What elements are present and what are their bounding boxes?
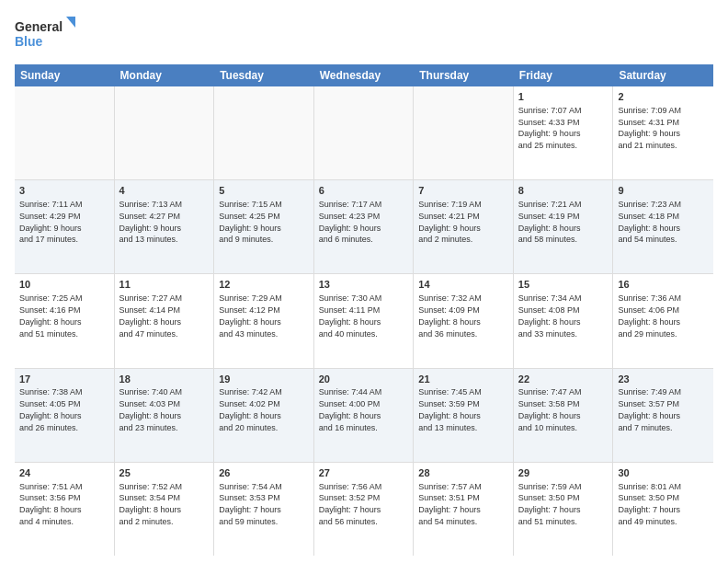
day-info: Sunrise: 7:57 AM Sunset: 3:51 PM Dayligh…: [418, 482, 482, 526]
header-day-friday: Friday: [514, 64, 614, 86]
day-number: 6: [319, 184, 409, 198]
day-info: Sunrise: 7:30 AM Sunset: 4:11 PM Dayligh…: [319, 293, 382, 338]
day-cell-16: 16Sunrise: 7:36 AM Sunset: 4:06 PM Dayli…: [613, 274, 713, 367]
day-cell-30: 30Sunrise: 8:01 AM Sunset: 3:50 PM Dayli…: [613, 463, 713, 556]
day-cell-14: 14Sunrise: 7:32 AM Sunset: 4:09 PM Dayli…: [414, 274, 514, 367]
day-number: 7: [418, 184, 508, 198]
day-cell-17: 17Sunrise: 7:38 AM Sunset: 4:05 PM Dayli…: [15, 369, 115, 462]
day-cell-15: 15Sunrise: 7:34 AM Sunset: 4:08 PM Dayli…: [514, 274, 614, 367]
day-info: Sunrise: 7:34 AM Sunset: 4:08 PM Dayligh…: [518, 293, 582, 338]
header-day-wednesday: Wednesday: [314, 64, 415, 86]
day-cell-6: 6Sunrise: 7:17 AM Sunset: 4:23 PM Daylig…: [314, 180, 415, 273]
day-number: 13: [319, 278, 409, 292]
day-number: 17: [19, 373, 109, 386]
day-info: Sunrise: 7:11 AM Sunset: 4:29 PM Dayligh…: [19, 200, 83, 244]
day-cell-18: 18Sunrise: 7:40 AM Sunset: 4:03 PM Dayli…: [115, 369, 215, 462]
day-info: Sunrise: 7:54 AM Sunset: 3:53 PM Dayligh…: [219, 482, 282, 526]
day-number: 23: [618, 373, 709, 386]
week-row-5: 24Sunrise: 7:51 AM Sunset: 3:56 PM Dayli…: [15, 463, 713, 556]
day-info: Sunrise: 7:45 AM Sunset: 3:59 PM Dayligh…: [418, 387, 482, 431]
day-number: 28: [418, 466, 508, 480]
day-number: 22: [518, 373, 609, 386]
day-cell-13: 13Sunrise: 7:30 AM Sunset: 4:11 PM Dayli…: [314, 274, 415, 367]
day-number: 1: [518, 90, 609, 104]
day-cell-24: 24Sunrise: 7:51 AM Sunset: 3:56 PM Dayli…: [15, 463, 115, 556]
day-info: Sunrise: 8:01 AM Sunset: 3:50 PM Dayligh…: [618, 482, 681, 526]
day-cell-25: 25Sunrise: 7:52 AM Sunset: 3:54 PM Dayli…: [115, 463, 215, 556]
day-cell-1: 1Sunrise: 7:07 AM Sunset: 4:33 PM Daylig…: [514, 86, 614, 179]
calendar-header: SundayMondayTuesdayWednesdayThursdayFrid…: [15, 64, 713, 86]
day-info: Sunrise: 7:15 AM Sunset: 4:25 PM Dayligh…: [219, 200, 282, 244]
week-row-4: 17Sunrise: 7:38 AM Sunset: 4:05 PM Dayli…: [15, 369, 713, 463]
day-info: Sunrise: 7:40 AM Sunset: 4:03 PM Dayligh…: [119, 387, 183, 431]
day-cell-4: 4Sunrise: 7:13 AM Sunset: 4:27 PM Daylig…: [115, 180, 215, 273]
day-info: Sunrise: 7:36 AM Sunset: 4:06 PM Dayligh…: [618, 293, 681, 338]
logo: General Blue: [15, 15, 79, 55]
day-info: Sunrise: 7:49 AM Sunset: 3:57 PM Dayligh…: [618, 387, 681, 431]
header-day-sunday: Sunday: [15, 64, 115, 86]
day-cell-22: 22Sunrise: 7:47 AM Sunset: 3:58 PM Dayli…: [514, 369, 614, 462]
empty-cell-0-4: [414, 86, 514, 179]
day-info: Sunrise: 7:51 AM Sunset: 3:56 PM Dayligh…: [19, 482, 83, 526]
day-cell-27: 27Sunrise: 7:56 AM Sunset: 3:52 PM Dayli…: [314, 463, 415, 556]
day-cell-28: 28Sunrise: 7:57 AM Sunset: 3:51 PM Dayli…: [414, 463, 514, 556]
day-number: 16: [618, 278, 709, 292]
header-day-tuesday: Tuesday: [214, 64, 314, 86]
day-info: Sunrise: 7:32 AM Sunset: 4:09 PM Dayligh…: [418, 293, 482, 338]
day-cell-29: 29Sunrise: 7:59 AM Sunset: 3:50 PM Dayli…: [514, 463, 614, 556]
day-number: 2: [618, 90, 709, 104]
empty-cell-0-0: [15, 86, 115, 179]
svg-text:General: General: [15, 19, 63, 34]
day-number: 21: [418, 373, 508, 386]
week-row-2: 3Sunrise: 7:11 AM Sunset: 4:29 PM Daylig…: [15, 180, 713, 274]
day-number: 26: [219, 466, 309, 480]
day-info: Sunrise: 7:56 AM Sunset: 3:52 PM Dayligh…: [319, 482, 382, 526]
day-number: 5: [219, 184, 309, 198]
day-cell-3: 3Sunrise: 7:11 AM Sunset: 4:29 PM Daylig…: [15, 180, 115, 273]
day-info: Sunrise: 7:25 AM Sunset: 4:16 PM Dayligh…: [19, 293, 83, 338]
day-cell-8: 8Sunrise: 7:21 AM Sunset: 4:19 PM Daylig…: [514, 180, 614, 273]
day-number: 12: [219, 278, 309, 292]
day-cell-9: 9Sunrise: 7:23 AM Sunset: 4:18 PM Daylig…: [613, 180, 713, 273]
day-cell-26: 26Sunrise: 7:54 AM Sunset: 3:53 PM Dayli…: [214, 463, 314, 556]
day-number: 8: [518, 184, 609, 198]
day-info: Sunrise: 7:59 AM Sunset: 3:50 PM Dayligh…: [518, 482, 582, 526]
week-row-1: 1Sunrise: 7:07 AM Sunset: 4:33 PM Daylig…: [15, 86, 713, 180]
day-number: 9: [618, 184, 709, 198]
calendar: SundayMondayTuesdayWednesdayThursdayFrid…: [15, 64, 713, 556]
header: General Blue: [15, 15, 713, 55]
day-info: Sunrise: 7:42 AM Sunset: 4:02 PM Dayligh…: [219, 387, 282, 431]
header-day-saturday: Saturday: [613, 64, 713, 86]
day-number: 10: [19, 278, 109, 292]
day-info: Sunrise: 7:17 AM Sunset: 4:23 PM Dayligh…: [319, 200, 382, 244]
day-cell-19: 19Sunrise: 7:42 AM Sunset: 4:02 PM Dayli…: [214, 369, 314, 462]
day-cell-21: 21Sunrise: 7:45 AM Sunset: 3:59 PM Dayli…: [414, 369, 514, 462]
day-number: 11: [119, 278, 210, 292]
day-number: 19: [219, 373, 309, 386]
day-info: Sunrise: 7:38 AM Sunset: 4:05 PM Dayligh…: [19, 387, 83, 431]
day-info: Sunrise: 7:44 AM Sunset: 4:00 PM Dayligh…: [319, 387, 382, 431]
header-day-monday: Monday: [115, 64, 215, 86]
day-cell-2: 2Sunrise: 7:09 AM Sunset: 4:31 PM Daylig…: [613, 86, 713, 179]
calendar-body: 1Sunrise: 7:07 AM Sunset: 4:33 PM Daylig…: [15, 86, 713, 556]
day-info: Sunrise: 7:07 AM Sunset: 4:33 PM Dayligh…: [518, 106, 582, 150]
empty-cell-0-1: [115, 86, 215, 179]
day-info: Sunrise: 7:27 AM Sunset: 4:14 PM Dayligh…: [119, 293, 183, 338]
day-info: Sunrise: 7:47 AM Sunset: 3:58 PM Dayligh…: [518, 387, 582, 431]
day-info: Sunrise: 7:13 AM Sunset: 4:27 PM Dayligh…: [119, 200, 183, 244]
day-number: 14: [418, 278, 508, 292]
day-number: 18: [119, 373, 210, 386]
empty-cell-0-3: [314, 86, 415, 179]
day-cell-11: 11Sunrise: 7:27 AM Sunset: 4:14 PM Dayli…: [115, 274, 215, 367]
day-cell-20: 20Sunrise: 7:44 AM Sunset: 4:00 PM Dayli…: [314, 369, 415, 462]
logo-svg: General Blue: [15, 15, 79, 55]
day-number: 27: [319, 466, 409, 480]
day-number: 15: [518, 278, 609, 292]
day-number: 3: [19, 184, 109, 198]
svg-text:Blue: Blue: [15, 34, 43, 49]
day-cell-10: 10Sunrise: 7:25 AM Sunset: 4:16 PM Dayli…: [15, 274, 115, 367]
day-info: Sunrise: 7:23 AM Sunset: 4:18 PM Dayligh…: [618, 200, 681, 244]
day-info: Sunrise: 7:09 AM Sunset: 4:31 PM Dayligh…: [618, 106, 681, 150]
week-row-3: 10Sunrise: 7:25 AM Sunset: 4:16 PM Dayli…: [15, 274, 713, 368]
day-info: Sunrise: 7:52 AM Sunset: 3:54 PM Dayligh…: [119, 482, 183, 526]
